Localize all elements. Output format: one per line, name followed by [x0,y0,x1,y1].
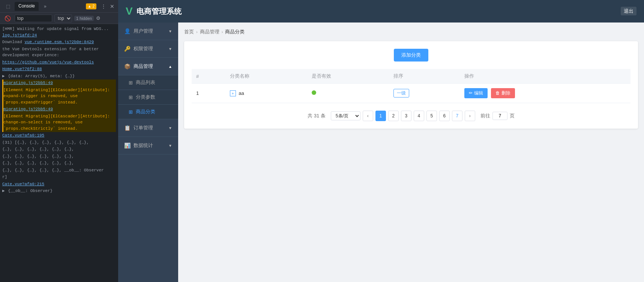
col-index: # [192,69,225,84]
page-btn-4[interactable]: 4 [414,111,424,121]
console-warn-text-1: [Element Migrating][ElCascader][Attribut… [3,88,110,105]
console-line-array4: {…}, {…}, {…}, {…}, {…}, {…}, [2,160,116,167]
prev-page-btn[interactable]: ‹ [363,111,373,121]
settings-gear-icon[interactable]: ⚙ [96,15,101,21]
chevron-down-icon-permission: ▼ [168,47,172,51]
close-devtools-icon[interactable]: ✕ [109,3,115,10]
hidden-count-badge: 1 hidden [74,16,94,21]
app-title: 电商管理系统 [137,6,182,16]
col-name: 分类名称 [225,69,307,84]
console-line-cate2: Cate.vue?afa0:215 [2,181,116,188]
page-size-select[interactable]: 5条/页 10条/页 20条/页 [331,111,360,120]
warning-badge: ▲ 2 [86,3,96,9]
sidebar-label-statistics: 数据统计 [134,142,165,149]
chevron-down-icon-stats: ▼ [168,144,172,148]
console-link-migrating2[interactable]: migrating.js?2bb5:49 [3,107,53,111]
next-page-btn[interactable]: › [465,111,475,121]
product-category-label: 商品分类 [136,108,155,115]
breadcrumb: 首页 › 商品管理 › 商品分类 [184,28,638,35]
app-wrapper: V 电商管理系统 退出 👤 用户管理 ▼ 🔑 权限管理 ▼ 📦 [118,0,644,282]
console-arrow-2: ▶ [2,189,5,193]
pagination-total: 共 31 条 [308,112,326,119]
context-select[interactable]: top [54,14,72,22]
logout-text[interactable]: 退出 [621,7,636,15]
console-warn-2-text: [Element Migrating][ElCascader][Attribut… [2,113,116,132]
rank-tag: 一级 [393,89,409,98]
devtools-panel: ⬚ Console » ▲ 2 ⋮ ✕ 🚫 top 1 hidden ⚙ [HM… [0,0,118,282]
expand-row-icon[interactable]: + [230,90,236,96]
delete-button[interactable]: 🗑 删除 [491,88,515,98]
block-icon[interactable]: 🚫 [3,15,12,22]
table-header-row: # 分类名称 是否有效 排序 操作 [192,69,630,84]
breadcrumb-product-category: 商品分类 [225,28,245,35]
sidebar-label-permission: 权限管理 [134,45,165,52]
edit-button[interactable]: ✏ 编辑 [464,88,487,98]
page-btn-6[interactable]: 6 [439,111,450,121]
sidebar-item-data-statistics[interactable]: 📊 数据统计 ▼ [118,137,178,154]
col-valid: 是否有效 [307,69,389,84]
console-line-array2: {…}, {…}, {…}, {…}, {…}, {…}, [2,146,116,153]
console-link-migrating1[interactable]: migrating.js?2bb5:49 [3,81,53,85]
devtools-filter-bar: 🚫 top 1 hidden ⚙ [0,13,118,24]
page-jump-input[interactable] [492,112,507,120]
page-jump: 前往 页 [480,112,515,120]
sidebar-item-product-management[interactable]: 📦 商品管理 ▲ [118,58,178,75]
console-link-home[interactable]: Home.vue?76f2:88 [2,67,42,71]
jump-label-before: 前往 [480,112,490,119]
breadcrumb-product-mgmt[interactable]: 商品管理 [200,28,219,35]
breadcrumb-home[interactable]: 首页 [184,28,194,35]
console-line-data1: ▶ {data: Array(5), meta: {…}} [2,73,116,80]
console-arrow-1: ▶ [2,74,5,78]
page-btn-2[interactable]: 2 [388,111,399,121]
sidebar: 👤 用户管理 ▼ 🔑 权限管理 ▼ 📦 商品管理 ▲ ⊞ 商品列表 [118,22,178,282]
page-btn-3[interactable]: 3 [401,111,411,121]
jump-label-after: 页 [510,112,515,119]
table-row: 1 + aa 一级 ✏ 编辑 [192,84,630,103]
console-link-cate1[interactable]: Cate.vue?afa0:195 [2,133,44,138]
console-link-log[interactable]: log.js?1afd:24 [2,33,37,38]
app-body: 👤 用户管理 ▼ 🔑 权限管理 ▼ 📦 商品管理 ▲ ⊞ 商品列表 [118,22,644,282]
page-btn-7[interactable]: 7 [452,111,462,121]
console-link-github[interactable]: https://github.com/vuejs/vue-devtools [2,60,94,64]
chevron-up-icon-product: ▲ [168,64,172,69]
console-line-download: Download vue.runtime.esm.js?2b0e:8429 [2,39,116,46]
valid-status-dot [312,90,316,95]
sidebar-item-user-management[interactable]: 👤 用户管理 ▼ [118,22,178,40]
filter-input[interactable] [15,15,52,22]
sidebar-item-order-management[interactable]: 📋 订单管理 ▼ [118,119,178,137]
console-line-github: https://github.com/vuejs/vue-devtools [2,59,116,66]
col-action: 操作 [460,69,630,84]
console-tab[interactable]: Console [15,2,39,11]
grid-icon-params: ⊞ [129,94,133,100]
product-icon: 📦 [124,63,131,69]
sidebar-label-user: 用户管理 [134,28,165,34]
devtools-console-output: [HMR] Waiting for update signal from WDS… [0,24,118,282]
console-text-hmr: [HMR] Waiting for update signal from WDS… [2,27,109,31]
console-line-observer: ▶ {__ob__: Observer} [2,188,116,195]
sidebar-item-product-category[interactable]: ⊞ 商品分类 [118,105,178,119]
console-warn-1-link: migrating.js?2bb5:49 [2,80,116,87]
pagination: 共 31 条 5条/页 10条/页 20条/页 ‹ 1 2 3 4 5 6 7 … [192,111,630,121]
chart-icon: 📊 [124,142,131,148]
chevron-down-icon-user: ▼ [168,29,172,33]
sidebar-item-permission-management[interactable]: 🔑 权限管理 ▼ [118,40,178,58]
sidebar-item-category-params[interactable]: ⊞ 分类参数 [118,90,178,105]
page-btn-5[interactable]: 5 [426,111,437,121]
console-link-cate2[interactable]: Cate.vue?afa0:215 [2,182,44,186]
sidebar-item-product-list[interactable]: ⊞ 商品列表 [118,75,178,90]
product-submenu: ⊞ 商品列表 ⊞ 分类参数 ⊞ 商品分类 [118,75,178,119]
console-line-hmr: [HMR] Waiting for update signal from WDS… [2,26,116,39]
breadcrumb-sep-1: › [196,30,198,34]
app-logo: V 电商管理系统 [126,5,182,17]
console-tab-label: Console [18,3,35,9]
sidebar-label-product: 商品管理 [134,63,165,70]
console-link-vue[interactable]: vue.runtime.esm.js?2b0e:8429 [24,40,94,44]
add-category-button[interactable]: 添加分类 [394,49,428,62]
more-options-icon[interactable]: ⋮ [100,3,107,10]
category-params-label: 分类参数 [136,94,155,100]
more-tabs-btn[interactable]: » [40,2,50,10]
user-icon: 👤 [124,28,131,34]
sidebar-label-order: 订单管理 [134,124,165,131]
card-toolbar: 添加分类 [192,49,630,62]
page-btn-1[interactable]: 1 [375,111,386,121]
